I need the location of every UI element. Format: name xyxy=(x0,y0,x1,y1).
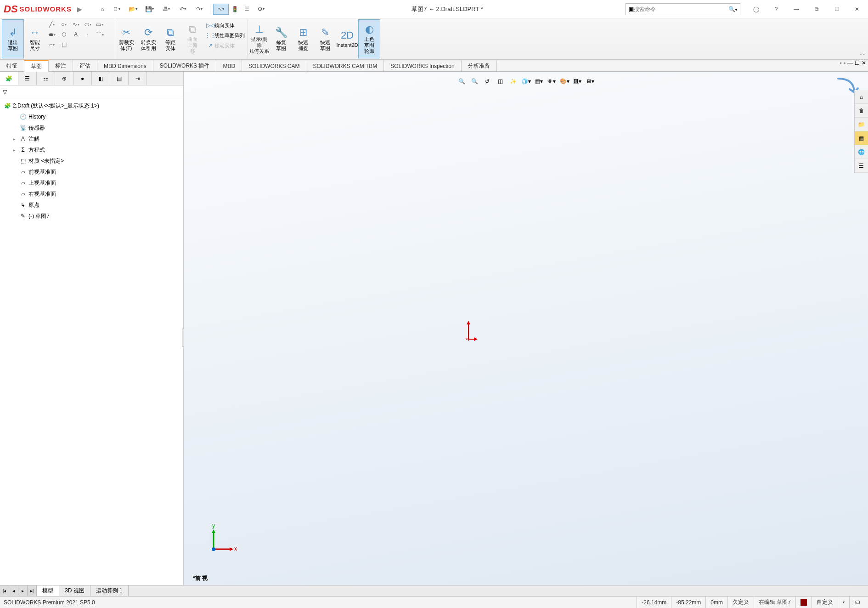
plane-icon[interactable]: ◫ xyxy=(58,40,69,49)
view-triad[interactable]: x y xyxy=(207,524,239,557)
zoom-area-icon[interactable]: 🔍 xyxy=(468,75,480,87)
hide-show-icon[interactable]: 👁▾ xyxy=(546,75,558,87)
traffic-light-icon[interactable]: 🚦 xyxy=(230,4,241,15)
tree-tab-extra[interactable]: ⇥ xyxy=(129,72,147,85)
home-icon[interactable]: ⌂ xyxy=(97,4,108,15)
prev-view-icon[interactable]: ↺ xyxy=(481,75,493,87)
rapid-sketch-button[interactable]: ✎ 快速草图 xyxy=(314,19,336,58)
tab-inspection[interactable]: SOLIDWORKS Inspection xyxy=(384,60,461,71)
section-view-icon[interactable]: ◫ xyxy=(494,75,506,87)
tab-sketch[interactable]: 草图 xyxy=(24,60,49,72)
tab-last-icon[interactable]: ▸| xyxy=(28,585,37,596)
redo-icon[interactable]: ↷▾ xyxy=(192,4,207,15)
circle-icon[interactable]: ○▾ xyxy=(58,20,69,29)
display-style-icon[interactable]: ▦▾ xyxy=(533,75,545,87)
doc-min-icon[interactable]: — xyxy=(847,60,853,66)
dynamic-annot-icon[interactable]: ✨ xyxy=(507,75,519,87)
edit-appearance-icon[interactable]: 🎨▾ xyxy=(558,75,570,87)
tree-tab-property[interactable]: ☰ xyxy=(18,72,37,85)
polygon-icon[interactable]: ⬡ xyxy=(58,30,69,39)
tab-addins[interactable]: SOLIDWORKS 插件 xyxy=(153,60,217,71)
zoom-fit-icon[interactable]: 🔍 xyxy=(456,75,468,87)
view-settings-icon[interactable]: 🖥▾ xyxy=(584,75,596,87)
taskpane-appearances-icon[interactable]: ☰ xyxy=(855,159,868,173)
tree-root[interactable]: 🧩 2.Draft (默认<<默认>_显示状态 1>) xyxy=(0,100,183,111)
tree-item-top-plane[interactable]: ▱上视基准面 xyxy=(0,177,183,188)
collapse-ribbon-icon[interactable]: ︿ xyxy=(860,50,865,57)
maximize-icon[interactable]: ☐ xyxy=(829,4,844,15)
open-icon[interactable]: 📂▾ xyxy=(125,4,141,15)
tree-item-equations[interactable]: ▸Σ方程式 xyxy=(0,144,183,155)
tab-prev-icon[interactable]: ◂ xyxy=(9,585,18,596)
tree-item-right-plane[interactable]: ▱右视基准面 xyxy=(0,188,183,199)
status-units-dd[interactable]: ▾ xyxy=(838,597,849,608)
gear-icon[interactable]: ⚙▾ xyxy=(254,4,269,15)
command-search[interactable]: ▣ 🔍▾ xyxy=(626,3,740,15)
tab-mbd-dim[interactable]: MBD Dimensions xyxy=(97,60,153,71)
tree-tab-feature[interactable]: 🧩 xyxy=(0,72,18,85)
ellipse-icon[interactable]: ⬭▾ xyxy=(82,20,93,29)
tab-analysis[interactable]: 分析准备 xyxy=(462,60,497,71)
play-icon[interactable]: ▶ xyxy=(77,6,82,13)
tree-item-sketch7[interactable]: ✎(-) 草图7 xyxy=(0,210,183,222)
tab-first-icon[interactable]: |◂ xyxy=(0,585,9,596)
doc-tile-icon[interactable]: ▫ xyxy=(844,60,845,66)
display-relations-button[interactable]: ⊥ 显示/删除几何关系 xyxy=(248,19,270,58)
tree-filter[interactable]: ▽ xyxy=(0,85,183,98)
undo-icon[interactable]: ↶▾ xyxy=(175,4,191,15)
instant2d-button[interactable]: 2D Instant2D xyxy=(336,19,358,58)
apply-scene-icon[interactable]: 🖼▾ xyxy=(571,75,583,87)
point-icon[interactable]: · xyxy=(82,30,93,39)
taskpane-design-lib-icon[interactable]: 📁 xyxy=(855,118,868,131)
options-icon[interactable]: ☰ xyxy=(242,4,253,15)
graphics-area[interactable]: 🔍 🔍 ↺ ◫ ✨ 🧊▾ ▦▾ 👁▾ 🎨▾ 🖼▾ 🖥▾ ✕ ⌂ 🗑 📁 ▦ 🌐 … xyxy=(184,72,868,585)
save-icon[interactable]: 💾▾ xyxy=(142,4,158,15)
tab-3dview[interactable]: 3D 视图 xyxy=(59,585,90,596)
minimize-icon[interactable]: — xyxy=(789,4,804,15)
tab-features[interactable]: 特征 xyxy=(0,60,24,71)
tree-item-origin[interactable]: ↳原点 xyxy=(0,199,183,210)
print-icon[interactable]: 🖶▾ xyxy=(158,4,174,15)
tab-markup[interactable]: 标注 xyxy=(49,60,73,71)
spline-icon[interactable]: ∿▾ xyxy=(70,20,81,29)
taskpane-home-icon[interactable]: ⌂ xyxy=(855,90,868,104)
status-units[interactable]: 自定义 xyxy=(812,597,838,608)
tree-item-annotations[interactable]: ▸A注解 xyxy=(0,133,183,144)
help-icon[interactable]: ? xyxy=(769,4,783,15)
smart-dimension-button[interactable]: ↔ 智能尺寸 xyxy=(24,19,46,58)
tab-next-icon[interactable]: ▸ xyxy=(18,585,28,596)
tree-tab-more[interactable]: ▤ xyxy=(110,72,129,85)
line-icon[interactable]: ╱▾ xyxy=(46,20,57,29)
tree-tab-appearance[interactable]: ● xyxy=(73,72,92,85)
tree-item-history[interactable]: 🕘History xyxy=(0,111,183,122)
tree-tab-config[interactable]: ⚏ xyxy=(37,72,55,85)
repair-sketch-button[interactable]: 🔧 修复草图 xyxy=(270,19,292,58)
tab-motion[interactable]: 运动算例 1 xyxy=(90,585,129,596)
tab-evaluate[interactable]: 评估 xyxy=(73,60,97,71)
shade-sketch-button[interactable]: ◐ 上色草图轮廓 xyxy=(358,19,380,58)
tree-item-front-plane[interactable]: ▱前视基准面 xyxy=(0,166,183,177)
status-tag-icon[interactable]: 🏷 xyxy=(849,597,864,608)
quick-snap-button[interactable]: ⊞ 快速捕捉 xyxy=(292,19,314,58)
close-icon[interactable]: ✕ xyxy=(850,4,864,15)
select-icon[interactable]: ↖▾ xyxy=(213,4,229,15)
tree-tab-display[interactable]: ◧ xyxy=(92,72,110,85)
rectangle-icon[interactable]: ▭▾ xyxy=(94,20,105,29)
status-flag[interactable] xyxy=(795,597,812,608)
taskpane-file-explorer-icon[interactable]: ▦ xyxy=(855,131,868,145)
trim-button[interactable]: ✂ 剪裁实体(T) xyxy=(115,19,137,58)
search-icon[interactable]: 🔍▾ xyxy=(728,6,737,12)
linear-pattern-button[interactable]: ⋮⋮线性草图阵列 xyxy=(206,31,245,40)
view-orient-icon[interactable]: 🧊▾ xyxy=(520,75,532,87)
tab-model[interactable]: 模型 xyxy=(37,585,59,596)
text-icon[interactable]: A xyxy=(70,30,81,39)
user-icon[interactable]: ◯ xyxy=(749,4,763,15)
doc-max-icon[interactable]: ☐ xyxy=(855,60,860,66)
tree-tab-dimxpert[interactable]: ⊕ xyxy=(55,72,73,85)
doc-close-icon[interactable]: ✕ xyxy=(862,60,866,66)
convert-button[interactable]: ⟳ 转换实体引用 xyxy=(137,19,159,58)
search-input[interactable] xyxy=(634,6,728,12)
tree-item-material[interactable]: ⬚材质 <未指定> xyxy=(0,155,183,166)
tree-item-sensors[interactable]: 📡传感器 xyxy=(0,122,183,133)
tab-cam-tbm[interactable]: SOLIDWORKS CAM TBM xyxy=(306,60,384,71)
